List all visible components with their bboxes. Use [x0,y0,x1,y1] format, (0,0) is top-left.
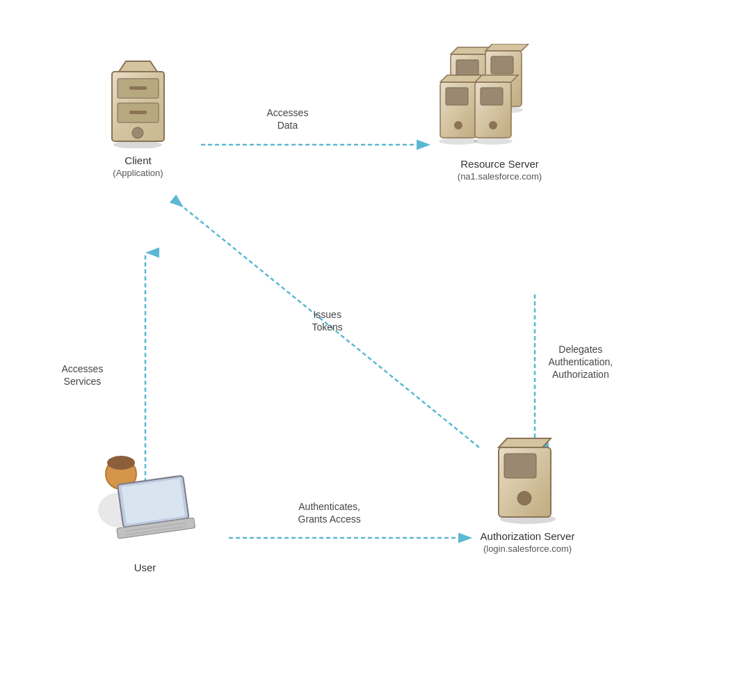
svg-point-27 [454,121,462,129]
client-node: Client (Application) [83,58,194,179]
svg-marker-43 [499,438,551,447]
svg-point-12 [132,127,143,138]
accesses-data-label: Accesses Data [267,106,309,132]
auth-server-label: Authorization Server (login.salesforce.c… [481,530,575,555]
client-icon [105,58,171,148]
svg-point-45 [517,491,531,505]
resource-server-icon [434,44,566,152]
svg-point-34 [107,456,135,470]
svg-rect-9 [129,86,147,90]
delegates-label: Delegates Authentication, Authorization [549,343,613,381]
resource-server-label: Resource Server (na1.salesforce.com) [458,157,542,182]
svg-rect-16 [456,60,478,77]
svg-rect-44 [504,454,536,478]
user-node: User [76,454,215,575]
svg-marker-7 [119,61,157,72]
svg-rect-31 [481,88,503,105]
authenticates-label: Authenticates, Grants Access [298,500,361,525]
diagram: Accesses Data Issues Tokens Accesses Ser… [62,37,688,663]
svg-rect-26 [446,88,468,105]
auth-server-icon [493,437,563,524]
user-icon [90,454,201,555]
accesses-services-label: Accesses Services [62,363,104,388]
svg-point-32 [489,121,497,129]
auth-server-node: Authorization Server (login.salesforce.c… [458,437,597,555]
svg-point-28 [474,138,513,145]
resource-server-node: Resource Server (na1.salesforce.com) [430,44,570,182]
svg-point-23 [439,138,478,145]
svg-rect-21 [491,56,513,74]
client-label: Client (Application) [113,154,163,179]
user-label: User [134,561,156,575]
issues-tokens-label: Issues Tokens [312,308,343,333]
svg-marker-20 [485,44,529,51]
svg-marker-30 [475,75,518,82]
svg-rect-11 [129,111,147,114]
